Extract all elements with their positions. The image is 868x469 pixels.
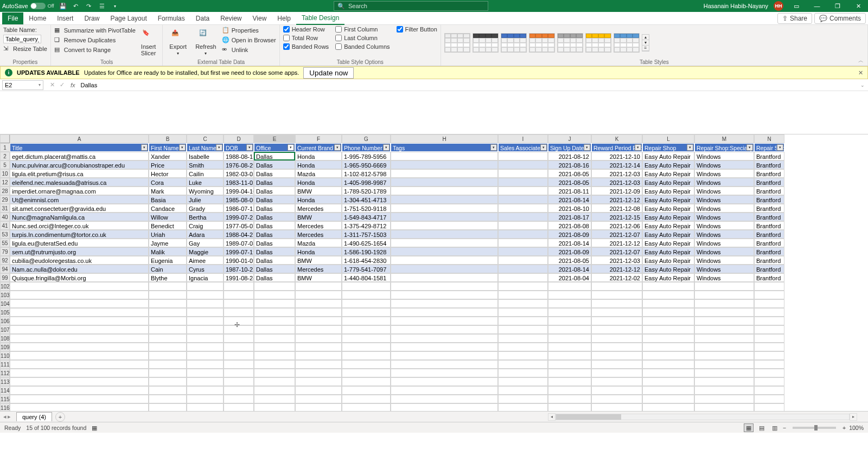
empty-cell[interactable]: [187, 395, 224, 403]
banded-rows-checkbox[interactable]: Banded Rows: [283, 43, 329, 50]
table-cell[interactable]: sem.ut@rutrumjusto.org: [10, 247, 149, 256]
table-cell[interactable]: [391, 187, 498, 195]
empty-cell[interactable]: [254, 317, 295, 325]
table-name-input[interactable]: [3, 35, 41, 43]
table-cell[interactable]: Easy Auto Repair: [642, 221, 694, 230]
col-header-K[interactable]: K: [591, 134, 642, 143]
table-style-swatch[interactable]: [614, 33, 640, 53]
table-cell[interactable]: Windows: [694, 178, 754, 187]
table-cell[interactable]: Dallas: [254, 239, 295, 247]
table-header[interactable]: Repair Shop▾: [642, 143, 694, 152]
table-cell[interactable]: Mercedes: [295, 265, 342, 273]
table-cell[interactable]: [391, 178, 498, 187]
tab-page-layout[interactable]: Page Layout: [105, 12, 152, 24]
empty-cell[interactable]: [342, 334, 391, 343]
table-cell[interactable]: Mercedes: [295, 230, 342, 239]
empty-cell[interactable]: [295, 386, 342, 395]
row-header[interactable]: 10: [0, 169, 10, 178]
empty-cell[interactable]: [548, 351, 591, 360]
table-cell[interactable]: Cain: [149, 265, 187, 273]
table-header[interactable]: Repair Shop:Specialty▾: [694, 143, 754, 152]
table-cell[interactable]: Cora: [149, 178, 187, 187]
table-cell[interactable]: Easy Auto Repair: [642, 169, 694, 178]
table-cell[interactable]: 1986-07-12: [224, 204, 254, 213]
macro-record-icon[interactable]: ▦: [92, 425, 97, 431]
empty-cell[interactable]: [342, 343, 391, 351]
empty-cell[interactable]: [391, 343, 498, 351]
empty-cell[interactable]: [295, 317, 342, 325]
empty-cell[interactable]: [342, 317, 391, 325]
table-cell[interactable]: turpis.In.condimentum@tortor.co.uk: [10, 230, 149, 239]
zoom-value[interactable]: 100%: [849, 425, 864, 431]
table-cell[interactable]: 2021-08-05: [548, 178, 591, 187]
table-cell[interactable]: Brantford: [754, 239, 784, 247]
empty-cell[interactable]: [149, 360, 187, 369]
table-cell[interactable]: Hector: [149, 169, 187, 178]
table-cell[interactable]: Brantford: [754, 160, 784, 169]
table-cell[interactable]: Eugenia: [149, 256, 187, 265]
zoom-slider[interactable]: [793, 427, 836, 429]
formula-input[interactable]: Dallas: [78, 82, 857, 88]
empty-cell[interactable]: [591, 282, 642, 291]
empty-cell[interactable]: [642, 343, 694, 351]
empty-cell[interactable]: [591, 343, 642, 351]
empty-cell[interactable]: [295, 334, 342, 343]
col-header-J[interactable]: J: [548, 134, 591, 143]
table-cell[interactable]: Blythe: [149, 273, 187, 282]
table-cell[interactable]: Candace: [149, 204, 187, 213]
empty-cell[interactable]: [187, 386, 224, 395]
filter-dropdown-icon[interactable]: ▾: [383, 144, 390, 151]
empty-cell[interactable]: [224, 308, 254, 317]
row-header[interactable]: 5: [0, 160, 10, 169]
tab-insert[interactable]: Insert: [52, 12, 79, 24]
table-cell[interactable]: Easy Auto Repair: [642, 247, 694, 256]
empty-cell[interactable]: [10, 334, 149, 343]
table-cell[interactable]: Dallas: [254, 195, 295, 204]
table-cell[interactable]: Easy Auto Repair: [642, 178, 694, 187]
empty-cell[interactable]: [224, 386, 254, 395]
empty-cell[interactable]: [548, 317, 591, 325]
empty-cell[interactable]: [591, 334, 642, 343]
table-cell[interactable]: 1-102-812-5798: [342, 169, 391, 178]
empty-cell[interactable]: [391, 360, 498, 369]
table-cell[interactable]: Uriah: [149, 230, 187, 239]
table-cell[interactable]: 2021-12-08: [591, 204, 642, 213]
row-header[interactable]: 53: [0, 230, 10, 239]
empty-cell[interactable]: [187, 360, 224, 369]
col-header-M[interactable]: M: [694, 134, 754, 143]
empty-cell[interactable]: [10, 308, 149, 317]
table-cell[interactable]: Dallas: [254, 213, 295, 221]
table-cell[interactable]: [498, 256, 548, 265]
table-cell[interactable]: Bertha: [187, 213, 224, 221]
table-cell[interactable]: Dallas: [254, 221, 295, 230]
styles-more-button[interactable]: ▴▾≡: [642, 34, 649, 52]
table-cell[interactable]: Brantford: [754, 256, 784, 265]
empty-cell[interactable]: [295, 351, 342, 360]
table-header[interactable]: Office▾: [254, 143, 295, 152]
empty-cell[interactable]: [149, 386, 187, 395]
row-header[interactable]: 2: [0, 152, 10, 160]
empty-cell[interactable]: [342, 369, 391, 377]
empty-cell[interactable]: [498, 325, 548, 334]
row-header[interactable]: 28: [0, 187, 10, 195]
empty-cell[interactable]: [548, 377, 591, 386]
table-cell[interactable]: 2021-12-07: [591, 230, 642, 239]
table-cell[interactable]: 1987-10-22: [224, 265, 254, 273]
col-header-N[interactable]: N: [754, 134, 784, 143]
empty-cell[interactable]: [149, 395, 187, 403]
table-cell[interactable]: Mazda: [295, 169, 342, 178]
empty-cell[interactable]: [149, 291, 187, 299]
empty-cell[interactable]: [391, 291, 498, 299]
name-box[interactable]: E2▾: [2, 80, 43, 90]
table-cell[interactable]: Craig: [187, 221, 224, 230]
close-info-icon[interactable]: ✕: [858, 69, 863, 76]
empty-cell[interactable]: [548, 369, 591, 377]
table-cell[interactable]: Nam.ac.nulla@dolor.edu: [10, 265, 149, 273]
empty-cell[interactable]: [149, 317, 187, 325]
table-cell[interactable]: Brantford: [754, 178, 784, 187]
empty-cell[interactable]: [149, 343, 187, 351]
resize-table-button[interactable]: ⇲Resize Table: [3, 44, 47, 53]
empty-cell[interactable]: [694, 343, 754, 351]
table-cell[interactable]: Brantford: [754, 213, 784, 221]
table-cell[interactable]: [391, 169, 498, 178]
